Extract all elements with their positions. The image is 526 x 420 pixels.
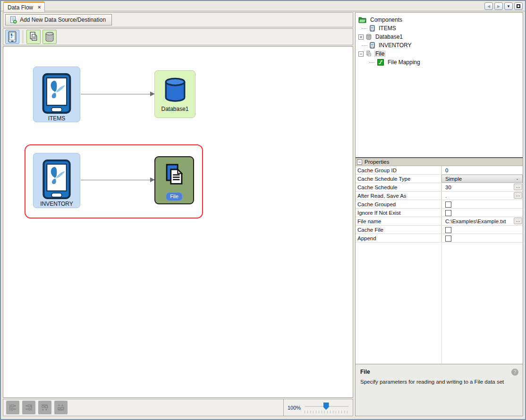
- property-value: 30: [445, 185, 451, 190]
- database-mini-icon: [366, 34, 372, 40]
- align-bottom-button[interactable]: [54, 401, 68, 414]
- dropdown-selected-value: Simple: [445, 176, 462, 182]
- connection-inventory-file[interactable]: [81, 180, 154, 180]
- property-row-file-name: File name C:\Examples\Example.txt …: [356, 217, 523, 226]
- connection-items-database1[interactable]: [81, 94, 154, 94]
- tab-list-dropdown-button[interactable]: ▼: [504, 2, 513, 10]
- zoom-slider-ticks: [305, 411, 349, 413]
- tab-label: Data Flow: [8, 4, 33, 11]
- tablet-icon: [8, 31, 17, 42]
- property-label: File name: [356, 217, 441, 225]
- tree-root-components[interactable]: Components: [358, 16, 521, 24]
- tree-item-label: ITEMS: [377, 25, 398, 32]
- tablet-icon: [42, 73, 72, 114]
- property-row-append: Append: [356, 234, 523, 243]
- toolbar-separator: [23, 30, 23, 43]
- dropdown-arrow-icon: ▼: [507, 4, 510, 8]
- add-document-icon: [9, 16, 17, 24]
- property-value: .: [445, 193, 447, 199]
- forward-arrow-icon: ▶: [497, 4, 500, 8]
- property-row-cache-schedule: Cache Schedule 30 …: [356, 183, 523, 192]
- help-icon[interactable]: ?: [511, 369, 518, 376]
- ellipsis-button[interactable]: …: [514, 184, 522, 190]
- tree-item-label: INVENTORY: [377, 42, 413, 49]
- property-value-field[interactable]: 30 …: [441, 183, 523, 191]
- design-pane: Add New Data Source/Destination: [3, 12, 353, 416]
- property-value-field[interactable]: C:\Examples\Example.txt …: [441, 217, 523, 225]
- property-row-ignore-if-not-exist: Ignore If Not Exist: [356, 209, 523, 217]
- property-label: Cache Schedule: [356, 183, 441, 191]
- align-bottom-icon: [57, 403, 65, 412]
- ellipsis-button[interactable]: …: [514, 192, 522, 199]
- property-label: After Read, Save As: [356, 192, 441, 200]
- node-items[interactable]: ITEMS: [33, 67, 80, 122]
- append-checkbox[interactable]: [445, 235, 451, 242]
- tree-branch-line: [362, 28, 367, 29]
- collapse-icon[interactable]: −: [358, 51, 364, 57]
- property-row-cache-group-id: Cache Group ID 0: [356, 166, 523, 175]
- property-value: C:\Examples\Example.txt: [445, 218, 506, 224]
- properties-header[interactable]: − Properties: [356, 158, 523, 166]
- properties-title: Properties: [365, 159, 389, 165]
- description-text: Specify parameters for reading and writi…: [360, 379, 518, 385]
- tree-item-database1[interactable]: + Database1: [358, 33, 521, 41]
- tab-close-icon[interactable]: ×: [38, 5, 41, 10]
- palette-database-button[interactable]: [42, 30, 57, 44]
- node-file[interactable]: File: [154, 156, 194, 204]
- align-top-icon: [41, 403, 49, 412]
- align-left-button[interactable]: [6, 401, 19, 414]
- chevron-down-icon: ⌄: [516, 176, 519, 181]
- node-database1[interactable]: Database1: [154, 70, 195, 118]
- tab-data-flow[interactable]: Data Flow ×: [3, 1, 45, 12]
- tree-item-label: Database1: [374, 34, 404, 40]
- property-row-cache-schedule-type: Cache Schedule Type Simple ⌄: [356, 175, 523, 183]
- property-label: Cache Schedule Type: [356, 175, 441, 183]
- app-window: Data Flow × ◀ ▶ ▼: [0, 0, 526, 420]
- add-data-source-label: Add New Data Source/Destination: [20, 17, 106, 23]
- tree-item-inventory[interactable]: INVENTORY: [362, 41, 521, 50]
- align-right-icon: [25, 403, 33, 412]
- window-controls: ◀ ▶ ▼: [484, 2, 523, 10]
- tablet-icon: [42, 159, 72, 200]
- property-row-cache-grouped: Cache Grouped: [356, 200, 523, 209]
- collapse-icon[interactable]: −: [357, 160, 362, 165]
- tree-item-file[interactable]: − File: [358, 50, 521, 58]
- palette-file-button[interactable]: [26, 30, 41, 44]
- zoom-control: 100%: [283, 399, 353, 416]
- node-inventory-label: INVENTORY: [40, 201, 73, 207]
- zoom-slider[interactable]: [305, 402, 349, 414]
- back-arrow-icon: ◀: [487, 4, 490, 8]
- property-value-field[interactable]: 0: [441, 166, 523, 174]
- cache-grouped-checkbox[interactable]: [445, 202, 451, 208]
- folder-open-icon: [358, 17, 366, 23]
- data-flow-canvas[interactable]: ITEMS Database1: [3, 46, 353, 398]
- align-right-button[interactable]: [22, 401, 35, 414]
- maximize-button[interactable]: [514, 2, 523, 10]
- node-items-label: ITEMS: [48, 115, 66, 122]
- tree-item-items[interactable]: ITEMS: [362, 24, 521, 33]
- node-file-badge: File: [166, 192, 183, 201]
- ellipsis-button[interactable]: …: [514, 218, 522, 224]
- nav-back-button[interactable]: ◀: [484, 2, 493, 10]
- tab-bar: Data Flow × ◀ ▶ ▼: [1, 1, 525, 11]
- property-label: Cache Group ID: [356, 166, 441, 174]
- property-label: Ignore If Not Exist: [356, 209, 441, 217]
- cache-file-checkbox[interactable]: [445, 227, 451, 233]
- expand-icon[interactable]: +: [358, 34, 364, 40]
- file-pages-icon: [163, 163, 186, 188]
- tree-branch-line: [362, 45, 367, 46]
- nav-forward-button[interactable]: ▶: [494, 2, 503, 10]
- zoom-slider-thumb[interactable]: [323, 403, 329, 410]
- property-row-after-read-save-as: After Read, Save As . …: [356, 192, 523, 200]
- property-value: 0: [445, 168, 448, 173]
- palette-tablet-button[interactable]: [5, 30, 19, 44]
- align-top-button[interactable]: [38, 401, 51, 414]
- property-label: Append: [356, 234, 441, 242]
- add-data-source-button[interactable]: Add New Data Source/Destination: [5, 14, 112, 25]
- ignore-if-not-exist-checkbox[interactable]: [445, 210, 451, 216]
- tablet-mini-icon: [370, 25, 375, 32]
- tree-item-file-mapping[interactable]: File Mapping: [369, 58, 521, 67]
- cache-schedule-type-dropdown[interactable]: Simple ⌄: [441, 175, 523, 183]
- node-inventory[interactable]: INVENTORY: [33, 153, 80, 208]
- property-value-field[interactable]: . …: [441, 192, 523, 200]
